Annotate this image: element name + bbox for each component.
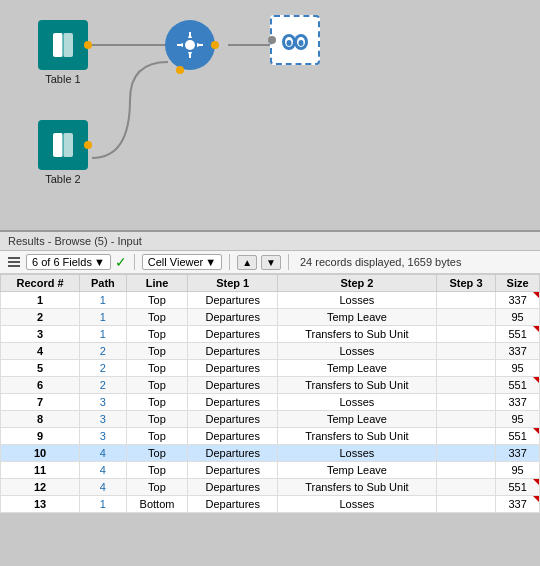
table-row[interactable]: 93TopDeparturesTransfers to Sub Unit551 <box>1 428 540 445</box>
fields-button[interactable]: 6 of 6 Fields ▼ <box>26 254 111 270</box>
table-cell: Transfers to Sub Unit <box>277 428 436 445</box>
table-cell: 12 <box>1 479 80 496</box>
table-cell <box>436 479 495 496</box>
table-cell <box>436 428 495 445</box>
table-row[interactable]: 21TopDeparturesTemp Leave95 <box>1 309 540 326</box>
table-cell: Losses <box>277 496 436 513</box>
transform-output-dot <box>211 41 219 49</box>
browse-input-dot <box>268 36 276 44</box>
table-cell: Losses <box>277 343 436 360</box>
table-cell: Top <box>126 479 188 496</box>
col-header-record[interactable]: Record # <box>1 275 80 292</box>
table-cell: Temp Leave <box>277 462 436 479</box>
table-cell <box>436 309 495 326</box>
table-cell: Departures <box>188 496 278 513</box>
table-cell: Top <box>126 428 188 445</box>
transform-icon <box>165 20 215 70</box>
table-cell: Departures <box>188 428 278 445</box>
arrow-down-button[interactable]: ▼ <box>261 255 281 270</box>
data-table-container: Record # Path Line Step 1 Step 2 Step 3 … <box>0 274 540 513</box>
table-cell: Top <box>126 394 188 411</box>
transform-s-dot <box>176 66 184 74</box>
table-cell: Top <box>126 377 188 394</box>
svg-rect-3 <box>63 33 73 57</box>
table-cell <box>436 462 495 479</box>
table-row[interactable]: 114TopDeparturesTemp Leave95 <box>1 462 540 479</box>
table-cell <box>436 377 495 394</box>
table-row[interactable]: 131BottomDeparturesLosses337 <box>1 496 540 513</box>
table-cell: 13 <box>1 496 80 513</box>
table-cell: 3 <box>80 411 126 428</box>
table-cell: 95 <box>496 360 540 377</box>
table-cell: Departures <box>188 343 278 360</box>
table-row[interactable]: 62TopDeparturesTransfers to Sub Unit551 <box>1 377 540 394</box>
table-cell: Top <box>126 343 188 360</box>
table-cell: 2 <box>80 360 126 377</box>
table-cell: Transfers to Sub Unit <box>277 377 436 394</box>
separator1 <box>134 254 135 270</box>
table-cell: 9 <box>1 428 80 445</box>
table-cell: Departures <box>188 309 278 326</box>
table-cell: Top <box>126 360 188 377</box>
col-header-step2[interactable]: Step 2 <box>277 275 436 292</box>
table-cell: 5 <box>1 360 80 377</box>
table-cell: 2 <box>80 377 126 394</box>
col-header-path[interactable]: Path <box>80 275 126 292</box>
table-cell: 95 <box>496 462 540 479</box>
table-cell: 551 <box>496 428 540 445</box>
svg-rect-9 <box>189 32 191 38</box>
table-cell: 551 <box>496 377 540 394</box>
table-cell: 551 <box>496 326 540 343</box>
table-cell: Top <box>126 411 188 428</box>
chevron-down-icon: ▼ <box>94 256 105 268</box>
table-cell: 10 <box>1 445 80 462</box>
table-cell: 4 <box>80 479 126 496</box>
col-header-size[interactable]: Size <box>496 275 540 292</box>
node-table2[interactable]: Table 2 <box>38 120 88 185</box>
table-cell: 95 <box>496 411 540 428</box>
fields-label: 6 of 6 Fields <box>32 256 92 268</box>
table-cell: Departures <box>188 326 278 343</box>
table-row[interactable]: 11TopDeparturesLosses337 <box>1 292 540 309</box>
table1-icon <box>38 20 88 70</box>
table-row[interactable]: 124TopDeparturesTransfers to Sub Unit551 <box>1 479 540 496</box>
table-cell: 6 <box>1 377 80 394</box>
col-header-line[interactable]: Line <box>126 275 188 292</box>
col-header-step3[interactable]: Step 3 <box>436 275 495 292</box>
table-cell <box>436 411 495 428</box>
arrow-up-button[interactable]: ▲ <box>237 255 257 270</box>
svg-point-18 <box>287 40 292 46</box>
table-cell: 4 <box>80 462 126 479</box>
table-cell: Top <box>126 445 188 462</box>
table-cell: Losses <box>277 445 436 462</box>
separator2 <box>229 254 230 270</box>
table-cell: Transfers to Sub Unit <box>277 479 436 496</box>
node-transform[interactable] <box>165 20 215 70</box>
table-cell <box>436 326 495 343</box>
table-cell: Top <box>126 292 188 309</box>
col-header-step1[interactable]: Step 1 <box>188 275 278 292</box>
cell-viewer-button[interactable]: Cell Viewer ▼ <box>142 254 222 270</box>
records-info: 24 records displayed, 1659 bytes <box>300 256 461 268</box>
node-table1[interactable]: Table 1 <box>38 20 88 85</box>
table-row[interactable]: 42TopDeparturesLosses337 <box>1 343 540 360</box>
table-row[interactable]: 52TopDeparturesTemp Leave95 <box>1 360 540 377</box>
table-cell: Departures <box>188 411 278 428</box>
table2-label: Table 2 <box>45 173 80 185</box>
table-row[interactable]: 83TopDeparturesTemp Leave95 <box>1 411 540 428</box>
table-cell: Departures <box>188 360 278 377</box>
svg-rect-10 <box>189 52 191 58</box>
table-row[interactable]: 104TopDeparturesLosses337 <box>1 445 540 462</box>
svg-rect-2 <box>53 33 63 57</box>
menu-icon[interactable] <box>6 255 22 269</box>
node-browse[interactable] <box>270 15 320 65</box>
table-row[interactable]: 31TopDeparturesTransfers to Sub Unit551 <box>1 326 540 343</box>
canvas: Table 1 Table 2 <box>0 0 540 230</box>
table-cell: 3 <box>80 394 126 411</box>
table-cell: 1 <box>80 292 126 309</box>
table-cell: 1 <box>80 496 126 513</box>
table-cell: Departures <box>188 292 278 309</box>
table-row[interactable]: 73TopDeparturesLosses337 <box>1 394 540 411</box>
table1-output-dot <box>84 41 92 49</box>
table-cell: Bottom <box>126 496 188 513</box>
